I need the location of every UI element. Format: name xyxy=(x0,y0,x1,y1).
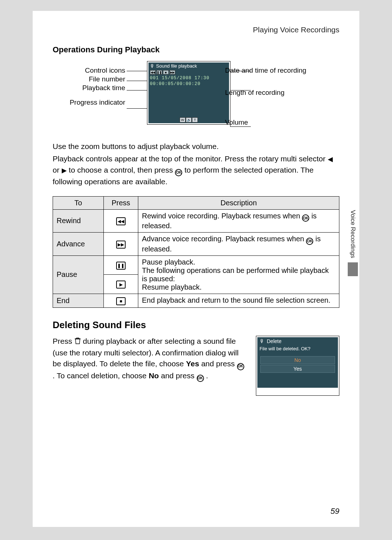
side-tab-label: Voice Recordings xyxy=(349,207,356,261)
delete-title: 🎙 Delete xyxy=(257,337,338,345)
text-span: Playback controls appear at the top of t… xyxy=(53,154,328,163)
text-span: and press xyxy=(201,359,237,368)
cell-press: ■ xyxy=(104,294,138,307)
text-span: Rewind voice recording. Playback resumes… xyxy=(142,212,302,220)
delete-title-text: Delete xyxy=(267,338,281,344)
text-span: The following operations can be performe… xyxy=(142,266,329,283)
text-no: No xyxy=(149,371,159,380)
th-press: Press xyxy=(104,196,138,209)
delete-message: File will be deleted. OK? xyxy=(257,345,338,356)
page-number: 59 xyxy=(331,507,339,516)
advance-icon: ▶▶ xyxy=(170,70,175,74)
pause-icon: ❚❚ xyxy=(156,70,162,74)
ok-icon: OK xyxy=(302,214,309,222)
cell-to: Pause xyxy=(53,255,104,294)
delete-section: Press during playback or after selecting… xyxy=(53,336,339,396)
cell-press: ▶▶ xyxy=(104,233,138,256)
delete-option-no: No xyxy=(260,356,335,364)
text-span: Resume playback. xyxy=(142,283,202,291)
side-tab: Voice Recordings xyxy=(346,207,359,276)
tele-icon: T xyxy=(192,117,198,122)
ok-icon: OK xyxy=(306,238,313,245)
ok-icon: OK xyxy=(237,363,244,370)
label-file-number: File number xyxy=(53,75,125,83)
screen-file-line: 001 15/05/2008 17:30 xyxy=(148,75,229,81)
speaker-icon: 🔈 xyxy=(186,117,192,122)
text-yes: Yes xyxy=(186,359,199,368)
trash-icon xyxy=(74,337,81,347)
play-button-icon: ▶ xyxy=(116,281,126,289)
cell-to: Rewind xyxy=(53,209,104,233)
label-volume: Volume xyxy=(225,118,328,126)
th-desc: Description xyxy=(138,196,339,209)
th-to: To xyxy=(53,196,104,209)
label-date-time: Date and time of recording xyxy=(225,67,328,74)
screen-control-icons: ◀◀ ❚❚ ■ ▶▶ xyxy=(148,69,229,75)
pause-button-icon: ❚❚ xyxy=(116,262,126,270)
label-control-icons: Control icons xyxy=(53,67,125,74)
advance-button-icon: ▶▶ xyxy=(116,241,126,249)
ok-icon: OK xyxy=(175,169,182,176)
delete-confirmation-screen: 🎙 Delete File will be deleted. OK? No Ye… xyxy=(256,336,339,396)
screen-progress xyxy=(148,87,229,117)
label-progress-indicator: Progress indicator xyxy=(53,98,125,106)
table-row: End ■ End playback and return to the sou… xyxy=(53,294,339,307)
cell-press: ◀◀ xyxy=(104,209,138,233)
cell-desc: Rewind voice recording. Playback resumes… xyxy=(138,209,339,233)
left-arrow-icon: ◀ xyxy=(328,156,333,163)
wide-icon: W xyxy=(180,117,185,122)
controls-instruction: Playback controls appear at the top of t… xyxy=(53,153,339,187)
manual-page: Playing Voice Recordings Operations Duri… xyxy=(33,11,359,527)
cell-press: ▶ xyxy=(104,275,138,294)
label-playback-time: Playback time xyxy=(53,84,125,92)
mic-icon: 🎙 xyxy=(260,338,265,344)
right-arrow-icon: ▶ xyxy=(62,167,67,174)
text-span: Press xyxy=(53,337,74,345)
rewind-button-icon: ◀◀ xyxy=(116,217,126,225)
playback-diagram: Control icons File number Playback time … xyxy=(53,61,339,137)
text-span: . xyxy=(206,371,208,380)
delete-instruction: Press during playback or after selecting… xyxy=(53,336,246,382)
text-span: and press xyxy=(161,371,196,380)
table-row: Rewind ◀◀ Rewind voice recording. Playba… xyxy=(53,209,339,233)
stop-icon: ■ xyxy=(163,70,169,74)
text-span: to choose a control, then press xyxy=(69,166,175,174)
volume-instruction: Use the zoom buttons to adjust playback … xyxy=(53,141,339,152)
cell-desc: Pause playback. The following operations… xyxy=(138,255,339,294)
screen-volume: W 🔈 T xyxy=(148,117,229,123)
cell-to: Advance xyxy=(53,233,104,256)
ok-icon: OK xyxy=(197,375,204,382)
table-header-row: To Press Description xyxy=(53,196,339,209)
cell-to: End xyxy=(53,294,104,307)
text-span: or xyxy=(53,166,62,174)
text-span: Pause playback. xyxy=(142,258,195,266)
cell-desc: End playback and return to the sound fil… xyxy=(138,294,339,307)
screen-time-line: 00:00:05/00:00:20 xyxy=(148,81,229,87)
side-tab-block xyxy=(348,262,358,276)
text-span: . To cancel deletion, choose xyxy=(53,371,149,380)
operations-heading: Operations During Playback xyxy=(53,45,339,55)
mic-icon: 🎙 xyxy=(150,63,155,69)
diagram-left-labels: Control icons File number Playback time … xyxy=(53,67,125,107)
screen-title: 🎙 Sound file playback xyxy=(148,63,229,69)
page-header: Playing Voice Recordings xyxy=(53,25,339,34)
playback-screen: 🎙 Sound file playback ◀◀ ❚❚ ■ ▶▶ 001 15/… xyxy=(147,61,230,125)
cell-desc: Advance voice recording. Playback resume… xyxy=(138,233,339,256)
delete-option-yes: Yes xyxy=(260,365,335,373)
table-row: Advance ▶▶ Advance voice recording. Play… xyxy=(53,233,339,256)
table-row: Pause ❚❚ Pause playback. The following o… xyxy=(53,255,339,275)
diagram-right-labels: Date and time of recording Length of rec… xyxy=(225,67,328,126)
operations-table: To Press Description Rewind ◀◀ Rewind vo… xyxy=(53,196,339,308)
screen-title-text: Sound file playback xyxy=(156,63,197,69)
rewind-icon: ◀◀ xyxy=(150,70,156,74)
deleting-heading: Deleting Sound Files xyxy=(53,319,339,331)
cell-press: ❚❚ xyxy=(104,255,138,275)
text-span: Advance voice recording. Playback resume… xyxy=(142,235,306,243)
stop-button-icon: ■ xyxy=(116,297,126,305)
